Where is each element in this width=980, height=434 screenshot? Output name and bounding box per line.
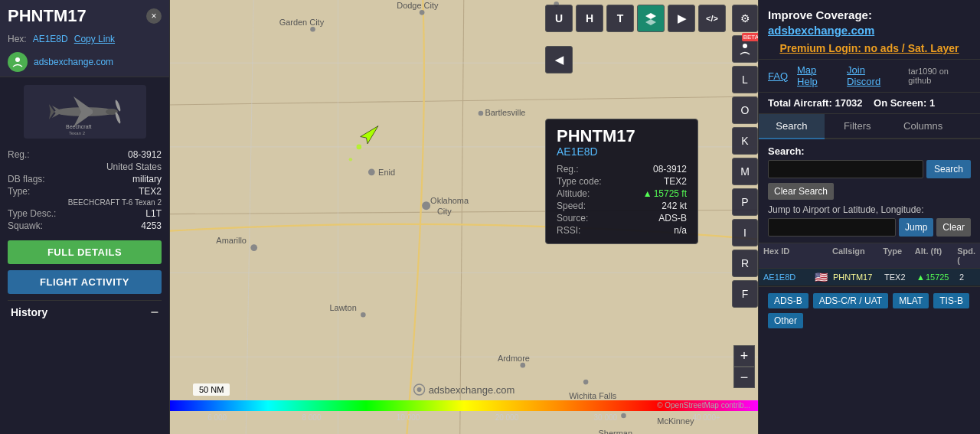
join-discord-link[interactable]: Join Discord — [847, 64, 899, 87]
map-btn-r-label[interactable]: R — [732, 250, 758, 277]
map-btn-k[interactable]: K — [732, 127, 758, 155]
svg-point-20 — [361, 312, 366, 318]
svg-point-37 — [357, 145, 362, 150]
popup-reg-value: 08-3912 — [608, 164, 687, 175]
svg-point-7 — [114, 112, 121, 124]
map-btn-t[interactable]: T — [606, 5, 634, 32]
svg-point-30 — [583, 380, 589, 385]
map-back-button[interactable]: ◀ — [545, 46, 573, 73]
hex-label: Hex: — [8, 34, 27, 44]
svg-marker-3 — [49, 104, 54, 119]
col-hexid[interactable]: Hex ID — [763, 246, 812, 265]
map-btn-h[interactable]: H — [576, 5, 603, 32]
map-logo: adsbexchange.com — [413, 383, 515, 396]
tab-extra[interactable] — [956, 114, 980, 139]
type-spacer — [8, 198, 56, 207]
svg-text:Amarillo: Amarillo — [216, 236, 247, 245]
jump-button[interactable]: Jump — [899, 218, 933, 237]
dbflags-label: DB flags: — [8, 174, 56, 184]
map-btn-f[interactable]: F — [732, 280, 758, 308]
copy-link-button[interactable]: Copy Link — [74, 34, 115, 44]
svg-text:Oklahoma: Oklahoma — [430, 196, 469, 205]
github-link[interactable]: tar1090 on github — [908, 67, 971, 85]
svg-point-28 — [521, 363, 526, 368]
right-links-bar: FAQ Map Help Join Discord tar1090 on git… — [759, 60, 980, 93]
col-callsign[interactable]: Callsign — [832, 246, 881, 265]
svg-marker-39 — [645, 13, 656, 19]
zoom-controls: + − — [733, 345, 755, 388]
clear-search-button[interactable]: Clear Search — [768, 183, 834, 200]
map-btn-o[interactable]: O — [732, 96, 758, 124]
copyright-text: © OpenStreetMap contrib... — [657, 401, 750, 410]
map-btn-arrow-right[interactable]: ▶ — [668, 5, 695, 32]
popup-rssi-value: n/a — [608, 225, 687, 236]
source-avatar — [8, 52, 28, 72]
tab-search[interactable]: Search — [759, 114, 825, 139]
aircraft-image: Beechcraft Texan 2 — [24, 85, 146, 139]
table-row[interactable]: AE1E8D 🇺🇸 PHNTM17 TEX2 ▲ 15725 2 — [759, 269, 980, 286]
col-alt[interactable]: Alt. (ft) — [915, 246, 956, 265]
clear-button[interactable]: Clear — [936, 218, 971, 237]
map-btn-people[interactable]: BETA — [732, 35, 758, 63]
jump-label: Jump to Airport or Latitude, Longitude: — [768, 204, 971, 215]
map-btn-code[interactable]: </> — [698, 5, 726, 32]
full-details-button[interactable]: FULL DETAILS — [8, 240, 162, 264]
ds-adsc[interactable]: ADS-C/R / UAT — [813, 293, 888, 308]
popup-type-label: Type code: — [557, 176, 602, 187]
popup-callsign: PHNTM17 — [557, 127, 687, 145]
faq-link[interactable]: FAQ — [768, 70, 788, 82]
map-btn-p[interactable]: P — [732, 188, 758, 216]
tab-filters[interactable]: Filters — [825, 114, 890, 139]
map-btn-layers[interactable] — [637, 5, 665, 32]
map-btn-l[interactable]: L — [732, 66, 758, 93]
hex-value: AE1E8D — [33, 34, 68, 44]
svg-point-18 — [479, 111, 484, 116]
source-name[interactable]: adsbexchange.com — [34, 57, 113, 67]
tab-columns[interactable]: Columns — [890, 114, 956, 139]
premium-login-link[interactable]: Premium Login: no ads / Sat. Layer — [768, 42, 971, 54]
svg-text:Dodge City: Dodge City — [397, 1, 439, 10]
jump-input[interactable] — [768, 218, 896, 237]
svg-text:Bartlesville: Bartlesville — [485, 108, 525, 117]
svg-text:McKinney: McKinney — [657, 416, 694, 426]
on-screen-label: On Screen: — [874, 97, 926, 109]
svg-point-11 — [368, 168, 375, 175]
ds-mlat[interactable]: MLAT — [893, 293, 929, 308]
reg-country: United States — [62, 162, 162, 172]
ds-adsb[interactable]: ADS-B — [768, 293, 808, 308]
ds-tisb[interactable]: TIS-B — [933, 293, 969, 308]
close-button[interactable]: × — [146, 8, 162, 24]
col-type[interactable]: Type — [883, 246, 913, 265]
dbflags-value: military — [62, 174, 162, 184]
left-panel: PHNTM17 × Hex: AE1E8D Copy Link adsbexch… — [0, 0, 170, 434]
data-sources: ADS-B ADS-C/R / UAT MLAT TIS-B Other — [759, 286, 980, 334]
zoom-in-button[interactable]: + — [733, 345, 755, 367]
type-label: Type: — [8, 186, 56, 197]
cell-callsign: PHNTM17 — [833, 272, 883, 282]
map-btn-settings[interactable]: ⚙ — [732, 5, 758, 32]
map-area[interactable]: Enid Oklahoma City Amarillo Bartlesville… — [170, 0, 758, 434]
svg-text:Wichita Falls: Wichita Falls — [569, 391, 617, 400]
hex-row: Hex: AE1E8D Copy Link — [0, 32, 169, 47]
popup-hex: AE1E8D — [557, 145, 687, 158]
ds-other[interactable]: Other — [768, 313, 803, 328]
search-input[interactable] — [768, 160, 923, 178]
cell-spd: 2 — [959, 272, 975, 282]
svg-point-32 — [621, 413, 626, 419]
cell-flag: 🇺🇸 — [815, 271, 831, 283]
squawk-label: Squawk: — [8, 220, 56, 231]
map-btn-u[interactable]: U — [545, 5, 573, 32]
flight-activity-button[interactable]: FLIGHT ACTIVITY — [8, 270, 162, 294]
search-section-label: Search: — [768, 145, 971, 157]
cell-type: TEX2 — [884, 272, 915, 282]
improve-link[interactable]: adsbexchange.com — [768, 24, 874, 37]
svg-point-38 — [349, 158, 352, 161]
map-btn-m[interactable]: M — [732, 158, 758, 185]
source-row: adsbexchange.com — [0, 47, 169, 77]
popup-alt-num: 15725 ft — [654, 188, 687, 199]
map-btn-i[interactable]: I — [732, 219, 758, 246]
search-button[interactable]: Search — [926, 160, 971, 178]
map-help-link[interactable]: Map Help — [797, 64, 838, 87]
zoom-out-button[interactable]: − — [733, 367, 755, 388]
history-collapse-button[interactable]: − — [150, 305, 158, 319]
